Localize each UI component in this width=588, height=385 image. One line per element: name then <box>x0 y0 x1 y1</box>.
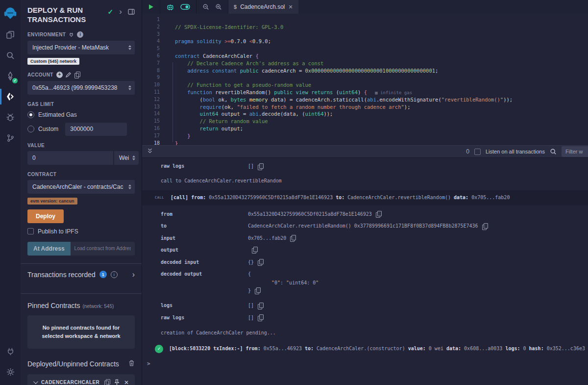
debugger-icon[interactable] <box>0 107 21 128</box>
at-address-button[interactable]: At Address <box>27 242 71 256</box>
custom-gas-input[interactable] <box>65 123 127 136</box>
remix-logo-icon[interactable] <box>0 2 21 25</box>
at-address-input[interactable] <box>71 242 135 256</box>
deploy-and-run-icon[interactable] <box>0 86 21 107</box>
terminal-rows[interactable]: raw logs[]call to CadenceArchCaler.rever… <box>142 158 588 385</box>
publish-ipfs-checkbox[interactable] <box>27 228 34 234</box>
solidity-file-icon: $ <box>234 4 237 10</box>
ai-assistant-robot-icon[interactable] <box>166 3 174 11</box>
tab-label: CadenceArch.sol <box>240 3 285 10</box>
copy-icon[interactable] <box>258 163 263 170</box>
environment-select[interactable]: Injected Provider - MetaMask <box>27 41 135 54</box>
copilot-toggle-icon[interactable] <box>180 4 190 10</box>
remove-contract-icon[interactable]: ✕ <box>124 379 129 385</box>
terminal-detail-row: decoded input{} <box>142 257 588 269</box>
account-value: 0x55a...46923 (999.9999453238 <box>32 84 125 91</box>
estimated-gas-option[interactable]: Estimated Gas <box>27 111 135 118</box>
environment-info-icon[interactable]: i <box>77 31 83 38</box>
plugin-manager-icon[interactable] <box>0 341 21 361</box>
terminal-detail-row: toCadenceArchCaler.revertibleRandom() 0x… <box>142 220 588 232</box>
transactions-count-badge: 1 <box>99 271 107 278</box>
transactions-info-icon[interactable]: i <box>111 271 118 278</box>
code-editor[interactable]: 12// SPDX-License-Identifier: GPL-3.034p… <box>142 14 588 145</box>
publish-ipfs-option[interactable]: Publish to IPFS <box>27 228 135 235</box>
edit-account-icon[interactable] <box>66 72 72 77</box>
pinned-empty-message: No pinned contracts found for selected w… <box>27 315 135 349</box>
close-tab-icon[interactable]: ✕ <box>289 4 293 10</box>
terminal-detail-row: decoded output{"0": "uint64: 0"} <box>142 268 588 297</box>
account-label: ACCOUNT <box>27 72 53 77</box>
code-line: 17 } <box>142 132 588 140</box>
contract-label: CONTRACT <box>27 172 56 177</box>
code-line: 13 require(ok, "failed to fetch a random… <box>142 103 588 111</box>
zoom-in-icon[interactable] <box>215 3 222 10</box>
search-icon[interactable] <box>0 45 21 66</box>
custom-gas-radio[interactable] <box>27 126 34 132</box>
deployed-contracts-title: Deployed/Unpinned Contracts <box>27 360 119 368</box>
copy-icon[interactable] <box>258 303 263 309</box>
code-line: 8 address constant public cadenceArch = … <box>142 67 588 75</box>
copy-address-icon[interactable] <box>104 379 110 385</box>
code-line: 14 uint64 output = abi.decode(data, (uin… <box>142 110 588 118</box>
chevron-right-icon[interactable]: › <box>132 270 135 279</box>
transactions-recorded-row[interactable]: Transactions recorded 1 i › <box>27 264 135 285</box>
contract-select[interactable]: CadenceArchCaler - contracts/Cac <box>27 180 135 194</box>
code-line: 15 // Return random value <box>142 118 588 125</box>
copy-icon[interactable] <box>255 287 260 294</box>
terminal-search-icon[interactable] <box>550 148 557 155</box>
git-icon[interactable] <box>0 128 21 148</box>
copy-icon[interactable] <box>258 259 263 265</box>
value-unit-select[interactable]: Wei <box>114 151 139 165</box>
panel-title: DEPLOY & RUN TRANSACTIONS <box>27 6 101 25</box>
chevron-updown-icon <box>132 155 135 160</box>
chevron-updown-icon <box>128 45 131 50</box>
environment-label: ENVIRONMENT <box>27 32 66 37</box>
file-explorer-icon[interactable] <box>0 25 21 45</box>
terminal-prompt[interactable]: > <box>142 360 588 368</box>
copy-icon[interactable] <box>482 223 488 230</box>
terminal-detail-row: raw logs[] <box>142 312 588 324</box>
panel-check-icon: ✓ <box>108 8 114 16</box>
evm-version-badge: evm version: cancun <box>27 198 77 205</box>
tab-cadencearch-sol[interactable]: $ CadenceArch.sol ✕ <box>228 0 298 14</box>
copy-account-icon[interactable] <box>74 72 80 78</box>
copy-icon[interactable] <box>258 314 263 321</box>
trash-icon[interactable] <box>128 359 135 368</box>
terminal-filter-input[interactable] <box>562 146 588 157</box>
zoom-out-icon[interactable] <box>202 3 209 10</box>
terminal-call-row: call[call] from: 0x55a1320D432759960C5Df… <box>142 190 588 205</box>
copy-icon[interactable] <box>252 247 257 253</box>
custom-gas-option[interactable]: Custom <box>27 123 135 136</box>
listen-all-checkbox[interactable] <box>474 149 481 155</box>
divider <box>21 293 142 294</box>
listen-all-label: Listen on all transactions <box>486 149 545 154</box>
add-account-icon[interactable]: + <box>56 72 63 78</box>
deploy-run-panel: DEPLOY & RUN TRANSACTIONS ✓ › ENVIRONMEN… <box>21 0 142 385</box>
account-select[interactable]: 0x55a...46923 (999.9999453238 <box>27 81 135 95</box>
code-line: 6contract CadenceArchCaler { <box>142 52 588 60</box>
code-line: 12 (bool ok, bytes memory data) = cadenc… <box>142 96 588 103</box>
panel-forward-icon[interactable]: › <box>119 9 122 14</box>
pin-contract-icon[interactable] <box>114 379 120 385</box>
solidity-compiler-icon[interactable]: ✓ <box>0 66 21 86</box>
listen-count: 0 <box>466 148 469 155</box>
environment-value: Injected Provider - MetaMask <box>32 44 125 51</box>
settings-gear-icon[interactable] <box>0 361 21 382</box>
pin-panel-icon[interactable] <box>128 9 135 15</box>
collapse-terminal-icon[interactable] <box>147 147 153 156</box>
deploy-button[interactable]: Deploy <box>27 209 64 223</box>
value-input[interactable] <box>27 151 113 165</box>
plug-icon[interactable] <box>69 32 74 37</box>
pinned-contracts-title: Pinned Contracts <box>27 302 80 309</box>
code-line: 18} <box>142 140 588 145</box>
run-script-play-icon[interactable] <box>148 4 154 10</box>
editor-terminal-column: $ CadenceArch.sol ✕ 12// SPDX-License-Id… <box>142 0 588 385</box>
code-line: 16 return output; <box>142 125 588 132</box>
terminal: 0 Listen on all transactions raw logs[]c… <box>142 145 588 385</box>
collapse-chevron-icon[interactable] <box>33 379 38 384</box>
code-line: 11 function revertibleRandom() public vi… <box>142 89 588 96</box>
estimated-gas-radio[interactable] <box>27 111 34 118</box>
copy-icon[interactable] <box>376 211 381 217</box>
value-label: VALUE <box>27 143 45 148</box>
copy-icon[interactable] <box>290 235 295 241</box>
